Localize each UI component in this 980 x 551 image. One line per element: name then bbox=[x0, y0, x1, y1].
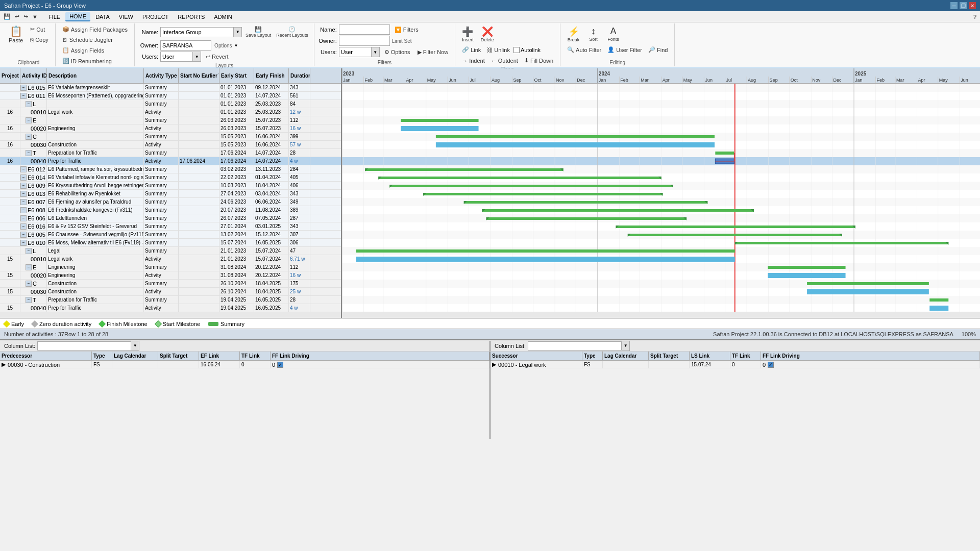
redo-btn[interactable]: ↪ bbox=[22, 13, 30, 20]
save-quick-btn[interactable]: 💾 bbox=[2, 13, 12, 20]
expand-btn[interactable]: − bbox=[26, 150, 32, 156]
right-col-list-combo[interactable]: ▼ bbox=[528, 341, 630, 351]
table-row[interactable]: − E6 009 E6 Kryssuutbedring Arvoll begge… bbox=[0, 182, 341, 190]
table-row[interactable]: − L Summary 01.01.2023 25.03.2023 84 bbox=[0, 100, 341, 108]
menu-admin[interactable]: ADMIN bbox=[210, 13, 236, 21]
table-row[interactable]: − E Engineering Summary 31.08.2024 20.12… bbox=[0, 263, 341, 271]
insert-button[interactable]: ➕ Insert bbox=[459, 24, 476, 44]
menu-data[interactable]: DATA bbox=[91, 13, 114, 21]
expand-btn[interactable]: − bbox=[26, 248, 32, 254]
table-row[interactable]: − C Construction Summary 26.10.2024 18.0… bbox=[0, 280, 341, 288]
expand-btn[interactable]: − bbox=[20, 199, 27, 205]
close-button[interactable]: ✕ bbox=[969, 2, 976, 9]
autolink-checkbox[interactable] bbox=[513, 47, 520, 53]
pred-driving-check[interactable]: ✓ bbox=[277, 362, 283, 368]
table-row[interactable]: − E6 008 E6 Fredrikshaldske kongevei (Fv… bbox=[0, 206, 341, 214]
table-row[interactable]: 16 00020 Engineering Activity 26.03.2023… bbox=[0, 124, 341, 133]
table-row[interactable]: − E6 005 E6 Chaussee - Svinesund vegmilj… bbox=[0, 231, 341, 239]
expand-btn[interactable]: − bbox=[20, 191, 27, 197]
filter-users-combo[interactable]: ▼ bbox=[339, 47, 380, 57]
chart-scroll-h[interactable] bbox=[342, 312, 980, 318]
table-row[interactable]: 15 00030 Construction Activity 26.10.202… bbox=[0, 288, 341, 296]
expand-btn[interactable]: − bbox=[26, 297, 32, 303]
table-row[interactable]: 16 00040 Prep for Traffic Activity 17.06… bbox=[0, 157, 341, 165]
filter-name-input[interactable] bbox=[339, 24, 390, 35]
restore-button[interactable]: ❐ bbox=[960, 2, 967, 9]
table-row[interactable]: − E6 012 E6 Patterned, rampe fra sor, kr… bbox=[0, 165, 341, 173]
expand-btn[interactable]: − bbox=[26, 134, 32, 140]
table-row[interactable]: − T Preparation for Traffic Summary 17.0… bbox=[0, 149, 341, 157]
table-row[interactable]: − L Legal Summary 21.01.2023 15.07.2024 … bbox=[0, 247, 341, 255]
table-row[interactable]: 15 00020 Engineering Activity 31.08.2024… bbox=[0, 271, 341, 280]
revert-button[interactable]: ↩ Revert bbox=[203, 52, 231, 62]
filter-owner-input[interactable] bbox=[339, 36, 390, 46]
layout-name-dropdown[interactable]: ▼ bbox=[234, 27, 242, 37]
break-button[interactable]: ⚡ Break bbox=[565, 24, 582, 44]
fonts-button[interactable]: A Fonts bbox=[604, 24, 622, 44]
fill-down-button[interactable]: ⬇ Fill Down bbox=[522, 56, 556, 65]
table-row[interactable]: − E Summary 26.03.2023 15.07.2023 112 bbox=[0, 116, 341, 124]
help-btn[interactable]: ? bbox=[972, 13, 978, 20]
paste-button[interactable]: 📋 Paste bbox=[6, 24, 26, 45]
expand-btn[interactable]: − bbox=[20, 174, 27, 181]
table-row[interactable]: − E6 006 E6 Edelttunnelen Summary 26.07.… bbox=[0, 214, 341, 222]
recent-layouts-button[interactable]: 🕐 Recent Layouts bbox=[275, 24, 310, 39]
users-dropdown[interactable]: ▼ bbox=[193, 52, 201, 62]
filters-button[interactable]: 🔽 Filters bbox=[392, 25, 421, 35]
minimize-button[interactable]: ─ bbox=[950, 2, 958, 9]
table-row[interactable]: − E6 014 E6 Variabel infotavle Klemetrud… bbox=[0, 173, 341, 182]
layout-users-combo[interactable]: ▼ bbox=[160, 52, 201, 62]
expand-btn[interactable]: − bbox=[20, 232, 27, 238]
undo-btn[interactable]: ↩ bbox=[13, 13, 21, 20]
menu-view[interactable]: VIEW bbox=[115, 13, 137, 21]
menu-reports[interactable]: REPORTS bbox=[174, 13, 209, 21]
expand-btn[interactable]: − bbox=[26, 117, 32, 123]
filter-users-dropdown[interactable]: ▼ bbox=[372, 47, 380, 57]
table-row[interactable]: − T Preparation for Traffic Summary 19.0… bbox=[0, 296, 341, 304]
right-col-list-dropdown[interactable]: ▼ bbox=[622, 341, 630, 351]
schedule-juggler-button[interactable]: 🗓 Schedule Juggler bbox=[60, 35, 130, 44]
expand-btn[interactable]: − bbox=[26, 281, 32, 287]
table-row[interactable]: − E6 013 E6 Rehabilitering av Ryenlokket… bbox=[0, 190, 341, 198]
layout-users-input[interactable] bbox=[160, 52, 193, 62]
succ-expand[interactable]: ▶ bbox=[492, 361, 496, 368]
table-row[interactable]: 16 00010 Legal work Activity 01.01.2023 … bbox=[0, 108, 341, 116]
table-row[interactable]: 15 00040 Prep for Traffic Activity 19.04… bbox=[0, 304, 341, 312]
expand-btn[interactable]: − bbox=[26, 101, 32, 107]
expand-btn[interactable]: − bbox=[20, 93, 27, 99]
expand-btn[interactable]: − bbox=[20, 85, 27, 91]
id-renumbering-button[interactable]: 🔢 ID Renumbering bbox=[60, 56, 130, 66]
copy-button[interactable]: ⎘ Copy bbox=[28, 35, 51, 44]
user-filter-button[interactable]: 👤 User Filter bbox=[605, 45, 645, 55]
window-controls[interactable]: ─ ❐ ✕ bbox=[950, 2, 976, 9]
delete-button[interactable]: ❌ Delete bbox=[478, 24, 497, 44]
link-button[interactable]: 🔗 Link bbox=[459, 45, 483, 55]
table-row[interactable]: − E6 007 E6 Fjerning av alunsifer pa Tar… bbox=[0, 198, 341, 206]
expand-btn[interactable]: − bbox=[20, 183, 27, 189]
table-row[interactable]: − E6 010 E6 Moss, Mellow alternativ til … bbox=[0, 239, 341, 247]
table-row[interactable]: − E6 016 E6 & Fv 152 GSV Steinfeldt - Gr… bbox=[0, 222, 341, 231]
layout-name-input[interactable] bbox=[160, 27, 234, 37]
right-col-list-input[interactable] bbox=[528, 341, 622, 350]
expand-btn[interactable]: − bbox=[20, 240, 27, 246]
cut-button[interactable]: ✂ Cut bbox=[28, 24, 51, 34]
sort-button[interactable]: ↕ Sort bbox=[584, 24, 602, 44]
menu-home[interactable]: HOME bbox=[65, 12, 90, 21]
table-row[interactable]: 16 00030 Construction Activity 15.05.202… bbox=[0, 141, 341, 149]
assign-fields-button[interactable]: 📋 Assign Fields bbox=[60, 45, 130, 55]
save-layout-button[interactable]: 💾 Save Layout bbox=[244, 24, 273, 39]
table-row[interactable]: − E6 011 E6 Mosseporten (Patterned), opp… bbox=[0, 92, 341, 100]
assign-field-packages-button[interactable]: 📦 Assign Field Packages bbox=[60, 24, 130, 34]
indent-button[interactable]: → Indent bbox=[459, 56, 487, 65]
table-row[interactable]: − E6 015 E6 Variable fartsgrenseskilt Su… bbox=[0, 84, 341, 92]
expand-btn[interactable]: − bbox=[20, 166, 27, 172]
menu-project[interactable]: PROJECT bbox=[138, 13, 173, 21]
table-scroll-h[interactable] bbox=[0, 312, 341, 318]
more-quick-btn[interactable]: ▼ bbox=[31, 13, 39, 20]
left-col-list-dropdown[interactable]: ▼ bbox=[131, 341, 139, 351]
find-button[interactable]: 🔎 Find bbox=[646, 45, 670, 55]
expand-btn[interactable]: − bbox=[20, 215, 27, 221]
outdent-button[interactable]: ← Outdent bbox=[488, 56, 521, 65]
auto-filter-button[interactable]: 🔍 Auto Filter bbox=[565, 45, 604, 55]
layout-owner-input[interactable] bbox=[160, 40, 211, 51]
